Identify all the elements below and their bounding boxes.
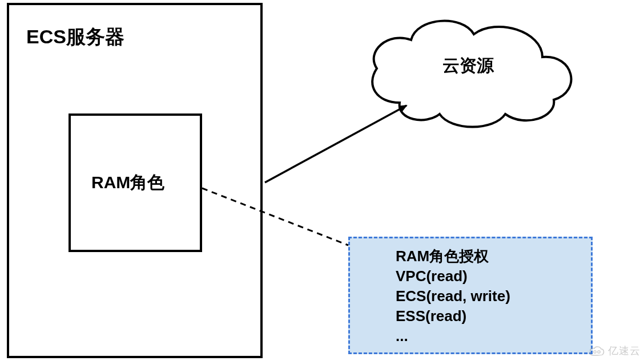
svg-point-0 <box>594 351 596 353</box>
authorization-entry: ECS(read, write) <box>396 286 551 306</box>
ecs-server-title: ECS服务器 <box>26 24 124 50</box>
authorization-entry: ESS(read) <box>396 306 551 326</box>
authorization-entry: VPC(read) <box>396 266 551 286</box>
svg-point-1 <box>598 351 600 353</box>
watermark: 亿速云 <box>589 344 641 358</box>
authorization-title: RAM角色授权 <box>396 246 551 266</box>
authorization-entry: ... <box>396 326 551 346</box>
cloud-label: 云资源 <box>442 54 494 78</box>
ram-role-label: RAM角色 <box>91 171 164 194</box>
diagram-canvas: ECS服务器 RAM角色 云资源 RAM角色授权 VPC(read) ECS(r… <box>0 0 644 361</box>
watermark-cloud-icon <box>589 345 605 356</box>
watermark-text: 亿速云 <box>608 344 641 358</box>
authorization-panel: RAM角色授权 VPC(read) ECS(read, write) ESS(r… <box>348 237 593 354</box>
arrow-to-cloud <box>265 106 406 182</box>
